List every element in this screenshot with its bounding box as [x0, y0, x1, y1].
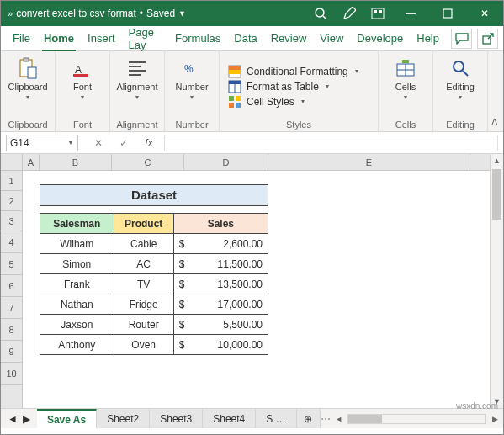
comments-button[interactable]	[451, 29, 472, 49]
maximize-button[interactable]	[429, 1, 466, 26]
group-label: Styles	[286, 118, 311, 130]
scroll-thumb[interactable]	[348, 415, 382, 423]
number-button[interactable]: %Number▾	[168, 55, 215, 103]
svg-rect-23	[229, 96, 234, 101]
svg-rect-18	[229, 66, 241, 70]
group-label: Alignment	[117, 118, 158, 130]
col-header[interactable]: E	[268, 154, 470, 170]
alignment-button[interactable]: Alignment▾	[114, 55, 161, 103]
ribbon: Clipboard▾ Clipboard AFont▾ Font Alignme…	[1, 51, 503, 132]
tab-review[interactable]: Review	[264, 26, 314, 51]
sheet-tab-more[interactable]: S …	[256, 409, 296, 428]
tab-insert[interactable]: Insert	[81, 26, 122, 51]
row-header[interactable]: 2	[1, 191, 22, 211]
close-button[interactable]: ✕	[466, 1, 503, 26]
svg-rect-11	[73, 74, 88, 77]
font-button[interactable]: AFont▾	[59, 55, 106, 103]
col-header[interactable]: A	[23, 154, 40, 170]
tab-developer[interactable]: Develope	[350, 26, 410, 51]
svg-point-0	[316, 8, 324, 17]
tab-help[interactable]: Help	[410, 26, 446, 51]
tab-file[interactable]: File	[6, 26, 37, 51]
row-header[interactable]: 7	[1, 297, 22, 319]
group-number: %Number▾ Number	[165, 51, 220, 131]
group-alignment: Alignment▾ Alignment	[110, 51, 165, 131]
table-row: JaxsonRouter$5,500.00	[40, 315, 268, 335]
sheet-tab-saveas[interactable]: Save As	[37, 409, 97, 428]
svg-rect-2	[372, 8, 384, 19]
horizontal-scrollbar[interactable]: ◄ ▶	[331, 409, 503, 428]
scroll-left-icon[interactable]: ◄	[332, 415, 346, 423]
col-header[interactable]: D	[184, 154, 268, 170]
scroll-thumb[interactable]	[492, 169, 501, 220]
bullet-sep: •	[140, 8, 143, 19]
search-icon[interactable]	[306, 1, 335, 26]
formula-bar[interactable]	[164, 135, 498, 151]
svg-rect-8	[24, 58, 29, 61]
row-header[interactable]: 6	[1, 275, 22, 297]
sheet-tab-bar: ◄ ▶ Save As Sheet2 Sheet3 Sheet4 S … ⊕ ⋯…	[1, 408, 503, 428]
name-box[interactable]: G14▼	[6, 135, 78, 151]
table-row: SimonAC$11,500.00	[40, 254, 268, 274]
svg-rect-24	[236, 96, 241, 101]
header-salesman: Salesman	[40, 214, 114, 234]
cell-grid[interactable]: Dataset Salesman Product Sales WilhamCab…	[23, 171, 490, 408]
share-button[interactable]	[477, 29, 498, 49]
vertical-scrollbar[interactable]: ▲ ▼	[490, 154, 503, 408]
tab-home[interactable]: Home	[37, 26, 81, 51]
scroll-right-icon[interactable]: ▶	[488, 415, 501, 423]
dataset-range: Dataset Salesman Product Sales WilhamCab…	[40, 184, 268, 355]
col-header[interactable]: C	[112, 154, 184, 170]
header-sales: Sales	[173, 214, 268, 234]
editing-button[interactable]: Editing▾	[437, 55, 484, 103]
dataset-title: Dataset	[40, 184, 268, 206]
header-product: Product	[114, 214, 173, 234]
sheet-tab-sheet2[interactable]: Sheet2	[97, 409, 150, 428]
tab-nav-next-icon[interactable]: ▶	[23, 413, 30, 425]
svg-rect-30	[402, 60, 409, 63]
sheet-tab-sheet3[interactable]: Sheet3	[150, 409, 203, 428]
svg-line-1	[323, 16, 326, 19]
sheet-tab-sheet4[interactable]: Sheet4	[203, 409, 256, 428]
minimize-button[interactable]: —	[392, 1, 429, 26]
tab-nav-prev-icon[interactable]: ◄	[8, 413, 18, 425]
tab-page-layout[interactable]: Page Lay	[122, 26, 168, 51]
group-label: Cells	[395, 118, 416, 130]
save-status: Saved	[146, 8, 175, 19]
fx-icon[interactable]: fx	[139, 137, 159, 149]
ribbon-tabs: File Home Insert Page Lay Formulas Data …	[1, 26, 503, 51]
qat-overflow-icon[interactable]: »	[8, 8, 13, 19]
row-header[interactable]: 9	[1, 341, 22, 363]
worksheet-area: 1 2 3 4 5 6 7 8 9 10 A B C D E Dataset S…	[1, 154, 503, 408]
tab-formulas[interactable]: Formulas	[168, 26, 227, 51]
pen-icon[interactable]	[335, 1, 363, 26]
svg-rect-25	[229, 103, 234, 108]
ribbon-mode-icon[interactable]	[363, 1, 392, 26]
tab-data[interactable]: Data	[227, 26, 263, 51]
svg-text:%: %	[184, 63, 194, 75]
format-as-table-button[interactable]: Format as Table▾	[223, 79, 374, 94]
row-header[interactable]: 1	[1, 171, 22, 191]
col-header[interactable]: B	[40, 154, 112, 170]
select-all[interactable]	[1, 154, 22, 171]
tab-view[interactable]: View	[313, 26, 350, 51]
row-header[interactable]: 3	[1, 211, 22, 231]
conditional-formatting-button[interactable]: Conditional Formatting▾	[223, 64, 374, 79]
row-header[interactable]: 5	[1, 253, 22, 275]
group-styles: Conditional Formatting▾ Format as Table▾…	[220, 51, 379, 131]
row-header[interactable]: 8	[1, 319, 22, 341]
dropdown-icon[interactable]: ▼	[178, 9, 186, 18]
collapse-ribbon-icon[interactable]: ᐱ	[491, 117, 498, 128]
new-sheet-button[interactable]: ⊕	[297, 409, 321, 428]
cell-styles-button[interactable]: Cell Styles▾	[223, 94, 374, 109]
scroll-up-icon[interactable]: ▲	[491, 154, 503, 167]
row-headers: 1 2 3 4 5 6 7 8 9 10	[1, 154, 23, 408]
row-header[interactable]: 4	[1, 231, 22, 253]
tab-overflow[interactable]: ⋯	[321, 409, 331, 428]
group-editing: Editing▾ Editing	[433, 51, 488, 131]
cells-button[interactable]: Cells▾	[382, 55, 429, 103]
paste-button[interactable]: Clipboard▾	[4, 55, 51, 103]
cancel-icon: ✕	[88, 137, 109, 149]
row-header[interactable]: 10	[1, 363, 22, 385]
svg-rect-4	[379, 10, 382, 13]
